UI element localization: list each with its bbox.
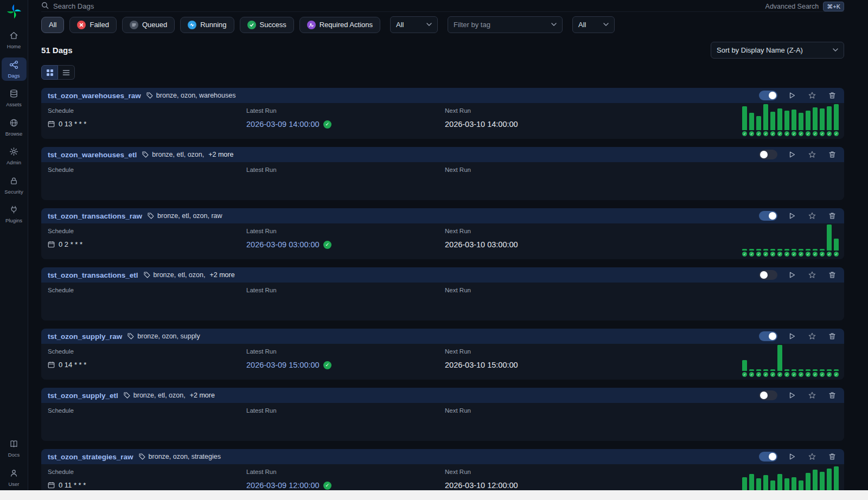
delete-dag-button[interactable] [827,331,838,342]
run-bar[interactable]: ✓ [784,249,789,257]
tag-filter-select[interactable]: Filter by tag [448,16,563,33]
filter-chip-running[interactable]: Running [180,17,234,33]
run-bar[interactable]: ✓ [770,112,775,136]
filter-chip-queued[interactable]: Queued [122,17,175,33]
run-bar[interactable]: ✓ [820,369,825,377]
latest-run-link[interactable]: 2026-03-09 12:00:00 [246,481,320,490]
run-bar[interactable]: ✓ [742,360,747,377]
run-bar[interactable]: ✓ [756,116,761,136]
delete-dag-button[interactable] [827,270,838,280]
run-bar[interactable]: ✓ [827,225,832,257]
sidebar-item-home[interactable]: Home [2,28,27,52]
dag-name-link[interactable]: tst_ozon_transactions_etl [48,271,138,279]
latest-run-link[interactable]: 2026-03-09 15:00:00 [246,361,320,369]
dag-name-link[interactable]: tst_ozon_transactions_raw [48,212,142,220]
run-bar[interactable]: ✓ [777,345,782,377]
sidebar-item-plugins[interactable]: Plugins [2,202,27,226]
delete-dag-button[interactable] [827,149,838,160]
sidebar-item-docs[interactable]: Docs [2,437,27,460]
delete-dag-button[interactable] [827,451,838,462]
run-bar[interactable]: ✓ [742,249,747,257]
run-bar[interactable]: ✓ [756,249,761,257]
tags-more-link[interactable]: +2 more [190,392,215,399]
trigger-dag-button[interactable] [787,390,797,401]
card-view-button[interactable] [41,65,58,80]
run-bar[interactable]: ✓ [813,249,818,257]
dag-pause-toggle[interactable] [759,150,777,159]
filter-chip-success[interactable]: Success [240,17,294,33]
favorite-star-button[interactable] [807,331,818,342]
run-bar[interactable]: ✓ [763,369,768,377]
filter-chip-required-actions[interactable]: Required Actions [299,17,380,33]
filter-chip-failed[interactable]: Failed [69,17,116,33]
favorite-star-button[interactable] [807,149,818,160]
sidebar-item-admin[interactable]: Admin [2,144,27,168]
dag-name-link[interactable]: tst_ozon_strategies_raw [48,453,133,461]
search-input[interactable]: Search Dags [53,2,94,10]
dag-name-link[interactable]: tst_ozon_warehouses_etl [48,151,137,159]
paused-select[interactable]: All [572,16,615,33]
favorite-star-button[interactable] [807,270,818,280]
run-bar[interactable]: ✓ [770,249,775,257]
dag-pause-toggle[interactable] [759,390,777,400]
dag-name-link[interactable]: tst_ozon_warehouses_raw [48,92,141,100]
run-bar[interactable]: ✓ [827,106,832,136]
table-view-button[interactable] [58,65,75,80]
run-bar[interactable]: ✓ [834,104,839,136]
run-bar[interactable]: ✓ [756,369,761,377]
run-bar[interactable]: ✓ [777,108,782,136]
run-bar[interactable]: ✓ [799,249,803,257]
run-bar[interactable]: ✓ [820,108,825,136]
run-bar[interactable]: ✓ [763,249,768,257]
dag-pause-toggle[interactable] [759,211,777,221]
run-bar[interactable]: ✓ [806,249,810,257]
run-bar[interactable]: ✓ [820,249,825,257]
run-bar[interactable]: ✓ [834,239,839,257]
dag-name-link[interactable]: tst_ozon_supply_raw [48,332,122,341]
horizontal-scrollbar[interactable] [0,490,868,500]
dag-name-link[interactable]: tst_ozon_supply_etl [48,392,118,400]
dag-pause-toggle[interactable] [759,331,777,341]
trigger-dag-button[interactable] [787,210,797,221]
delete-dag-button[interactable] [827,90,838,101]
recent-runs-chart[interactable]: ✓✓✓✓✓✓✓✓✓✓✓✓✓✓ [742,104,839,136]
run-bar[interactable]: ✓ [792,110,796,136]
dag-pause-toggle[interactable] [759,270,777,280]
run-bar[interactable]: ✓ [784,369,789,377]
run-bar[interactable]: ✓ [742,106,747,136]
run-bar[interactable]: ✓ [806,111,810,136]
tags-more-link[interactable]: +2 more [209,271,234,279]
trigger-dag-button[interactable] [787,90,797,101]
run-bar[interactable]: ✓ [813,369,818,377]
favorite-star-button[interactable] [807,390,818,401]
advanced-search-link[interactable]: Advanced Search [765,3,819,10]
trigger-dag-button[interactable] [787,451,797,462]
trigger-dag-button[interactable] [787,270,797,280]
latest-run-link[interactable]: 2026-03-09 03:00:00 [246,240,320,249]
run-bar[interactable]: ✓ [770,369,775,377]
sidebar-item-dags[interactable]: Dags [2,57,27,81]
run-bar[interactable]: ✓ [813,107,818,136]
delete-dag-button[interactable] [827,390,838,401]
favorite-star-button[interactable] [807,451,818,462]
run-bar[interactable]: ✓ [792,249,796,257]
latest-run-link[interactable]: 2026-03-09 14:00:00 [246,120,320,129]
run-bar[interactable]: ✓ [806,369,810,377]
sort-select[interactable]: Sort by Display Name (Z-A) [711,42,844,59]
favorite-star-button[interactable] [807,210,818,221]
run-bar[interactable]: ✓ [749,369,754,377]
recent-runs-chart[interactable]: ✓✓✓✓✓✓✓✓✓✓✓✓✓✓ [742,345,839,377]
favorite-star-button[interactable] [807,90,818,101]
trigger-dag-button[interactable] [787,149,797,160]
run-bar[interactable]: ✓ [777,249,782,257]
run-bar[interactable]: ✓ [784,111,789,136]
run-bar[interactable]: ✓ [763,104,768,136]
dag-pause-toggle[interactable] [759,91,777,100]
run-bar[interactable]: ✓ [749,113,754,136]
sidebar-item-browse[interactable]: Browse [2,116,27,139]
sidebar-item-assets[interactable]: Assets [2,86,27,110]
recent-runs-chart[interactable]: ✓✓✓✓✓✓✓✓✓✓✓✓✓✓ [742,225,839,257]
filter-chip-all[interactable]: All [41,17,64,33]
run-bar[interactable]: ✓ [827,369,832,377]
state-select[interactable]: All [390,16,438,33]
